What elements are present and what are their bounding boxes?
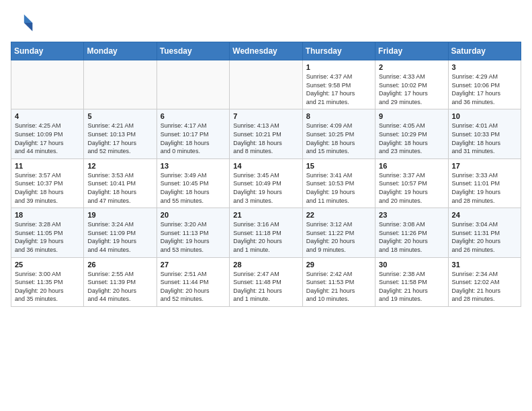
calendar-cell: 2Sunrise: 4:33 AM Sunset: 10:02 PM Dayli… xyxy=(375,60,448,109)
calendar-cell: 17Sunrise: 3:33 AM Sunset: 11:01 PM Dayl… xyxy=(448,158,521,208)
day-info: Sunrise: 3:53 AM Sunset: 10:41 PM Daylig… xyxy=(87,171,152,205)
calendar-cell: 21Sunrise: 3:16 AM Sunset: 11:18 PM Dayl… xyxy=(230,208,302,257)
day-info: Sunrise: 4:09 AM Sunset: 10:25 PM Daylig… xyxy=(306,122,371,155)
calendar-cell: 19Sunrise: 3:24 AM Sunset: 11:09 PM Dayl… xyxy=(84,208,157,257)
calendar-cell: 13Sunrise: 3:49 AM Sunset: 10:45 PM Dayl… xyxy=(157,158,229,208)
day-info: Sunrise: 3:00 AM Sunset: 11:35 PM Daylig… xyxy=(15,270,80,304)
day-number: 31 xyxy=(452,261,517,269)
day-number: 3 xyxy=(452,63,517,71)
calendar-week-5: 25Sunrise: 3:00 AM Sunset: 11:35 PM Dayl… xyxy=(11,257,521,306)
logo-icon xyxy=(11,11,35,35)
calendar-cell: 23Sunrise: 3:08 AM Sunset: 11:26 PM Dayl… xyxy=(375,208,448,257)
day-info: Sunrise: 4:29 AM Sunset: 10:06 PM Daylig… xyxy=(452,73,517,106)
calendar-cell: 6Sunrise: 4:17 AM Sunset: 10:17 PM Dayli… xyxy=(157,109,229,158)
day-info: Sunrise: 2:42 AM Sunset: 11:53 PM Daylig… xyxy=(306,270,371,304)
day-info: Sunrise: 2:55 AM Sunset: 11:39 PM Daylig… xyxy=(87,270,152,304)
day-info: Sunrise: 3:33 AM Sunset: 11:01 PM Daylig… xyxy=(452,171,517,205)
weekday-header-wednesday: Wednesday xyxy=(230,42,302,60)
day-number: 2 xyxy=(379,63,444,71)
calendar-cell: 27Sunrise: 2:51 AM Sunset: 11:44 PM Dayl… xyxy=(157,257,229,306)
weekday-header-friday: Friday xyxy=(375,42,448,60)
day-info: Sunrise: 2:51 AM Sunset: 11:44 PM Daylig… xyxy=(161,270,226,304)
calendar-cell xyxy=(230,60,302,109)
day-number: 11 xyxy=(15,162,80,170)
calendar-cell: 25Sunrise: 3:00 AM Sunset: 11:35 PM Dayl… xyxy=(11,257,84,306)
calendar-cell: 22Sunrise: 3:12 AM Sunset: 11:22 PM Dayl… xyxy=(302,208,375,257)
day-info: Sunrise: 4:01 AM Sunset: 10:33 PM Daylig… xyxy=(452,122,517,155)
day-number: 28 xyxy=(233,261,298,269)
day-info: Sunrise: 2:34 AM Sunset: 12:02 AM Daylig… xyxy=(452,270,517,304)
day-number: 12 xyxy=(87,162,152,170)
day-number: 16 xyxy=(379,162,444,170)
calendar-cell xyxy=(157,60,229,109)
calendar-week-3: 11Sunrise: 3:57 AM Sunset: 10:37 PM Dayl… xyxy=(11,158,521,208)
day-number: 1 xyxy=(306,63,371,71)
day-number: 4 xyxy=(15,112,80,120)
calendar-cell: 20Sunrise: 3:20 AM Sunset: 11:13 PM Dayl… xyxy=(157,208,229,257)
day-number: 27 xyxy=(161,261,226,269)
calendar-cell: 10Sunrise: 4:01 AM Sunset: 10:33 PM Dayl… xyxy=(448,109,521,158)
day-info: Sunrise: 3:28 AM Sunset: 11:05 PM Daylig… xyxy=(15,220,80,254)
day-info: Sunrise: 3:20 AM Sunset: 11:13 PM Daylig… xyxy=(161,220,226,254)
calendar-cell xyxy=(11,60,84,109)
calendar-cell: 31Sunrise: 2:34 AM Sunset: 12:02 AM Dayl… xyxy=(448,257,521,306)
calendar-cell: 1Sunrise: 4:37 AM Sunset: 9:58 PM Daylig… xyxy=(302,60,375,109)
calendar-cell: 14Sunrise: 3:45 AM Sunset: 10:49 PM Dayl… xyxy=(230,158,302,208)
day-info: Sunrise: 3:24 AM Sunset: 11:09 PM Daylig… xyxy=(87,220,152,254)
day-number: 20 xyxy=(161,211,226,219)
day-info: Sunrise: 3:04 AM Sunset: 11:31 PM Daylig… xyxy=(452,220,517,254)
svg-marker-0 xyxy=(24,14,33,23)
weekday-header-thursday: Thursday xyxy=(302,42,375,60)
day-info: Sunrise: 3:08 AM Sunset: 11:26 PM Daylig… xyxy=(379,220,444,254)
day-number: 13 xyxy=(161,162,226,170)
calendar-cell: 16Sunrise: 3:37 AM Sunset: 10:57 PM Dayl… xyxy=(375,158,448,208)
day-number: 19 xyxy=(87,211,152,219)
day-info: Sunrise: 4:21 AM Sunset: 10:13 PM Daylig… xyxy=(87,122,152,155)
calendar-cell: 26Sunrise: 2:55 AM Sunset: 11:39 PM Dayl… xyxy=(84,257,157,306)
day-info: Sunrise: 4:33 AM Sunset: 10:02 PM Daylig… xyxy=(379,73,444,106)
calendar-cell: 8Sunrise: 4:09 AM Sunset: 10:25 PM Dayli… xyxy=(302,109,375,158)
calendar-cell: 9Sunrise: 4:05 AM Sunset: 10:29 PM Dayli… xyxy=(375,109,448,158)
calendar-week-1: 1Sunrise: 4:37 AM Sunset: 9:58 PM Daylig… xyxy=(11,60,521,109)
day-info: Sunrise: 4:25 AM Sunset: 10:09 PM Daylig… xyxy=(15,122,80,155)
day-info: Sunrise: 2:38 AM Sunset: 11:58 PM Daylig… xyxy=(379,270,444,304)
calendar-week-4: 18Sunrise: 3:28 AM Sunset: 11:05 PM Dayl… xyxy=(11,208,521,257)
day-number: 17 xyxy=(452,162,517,170)
day-info: Sunrise: 3:37 AM Sunset: 10:57 PM Daylig… xyxy=(379,171,444,205)
calendar-cell: 5Sunrise: 4:21 AM Sunset: 10:13 PM Dayli… xyxy=(84,109,157,158)
weekday-header-saturday: Saturday xyxy=(448,42,521,60)
calendar-table: SundayMondayTuesdayWednesdayThursdayFrid… xyxy=(11,42,521,307)
day-number: 23 xyxy=(379,211,444,219)
calendar-cell: 7Sunrise: 4:13 AM Sunset: 10:21 PM Dayli… xyxy=(230,109,302,158)
day-info: Sunrise: 3:12 AM Sunset: 11:22 PM Daylig… xyxy=(306,220,371,254)
calendar-cell: 11Sunrise: 3:57 AM Sunset: 10:37 PM Dayl… xyxy=(11,158,84,208)
calendar-cell: 28Sunrise: 2:47 AM Sunset: 11:48 PM Dayl… xyxy=(230,257,302,306)
svg-marker-1 xyxy=(24,23,33,32)
weekday-header-monday: Monday xyxy=(84,42,157,60)
day-number: 9 xyxy=(379,112,444,120)
calendar-cell: 18Sunrise: 3:28 AM Sunset: 11:05 PM Dayl… xyxy=(11,208,84,257)
day-number: 22 xyxy=(306,211,371,219)
day-number: 25 xyxy=(15,261,80,269)
calendar-cell: 15Sunrise: 3:41 AM Sunset: 10:53 PM Dayl… xyxy=(302,158,375,208)
day-number: 18 xyxy=(15,211,80,219)
day-info: Sunrise: 3:57 AM Sunset: 10:37 PM Daylig… xyxy=(15,171,80,205)
calendar-cell: 3Sunrise: 4:29 AM Sunset: 10:06 PM Dayli… xyxy=(448,60,521,109)
day-info: Sunrise: 3:45 AM Sunset: 10:49 PM Daylig… xyxy=(233,171,298,205)
weekday-header-tuesday: Tuesday xyxy=(157,42,229,60)
day-number: 10 xyxy=(452,112,517,120)
day-info: Sunrise: 4:05 AM Sunset: 10:29 PM Daylig… xyxy=(379,122,444,155)
day-info: Sunrise: 3:41 AM Sunset: 10:53 PM Daylig… xyxy=(306,171,371,205)
calendar-cell: 30Sunrise: 2:38 AM Sunset: 11:58 PM Dayl… xyxy=(375,257,448,306)
logo xyxy=(11,11,38,35)
day-number: 14 xyxy=(233,162,298,170)
day-number: 26 xyxy=(87,261,152,269)
day-number: 24 xyxy=(452,211,517,219)
day-number: 8 xyxy=(306,112,371,120)
calendar-cell xyxy=(84,60,157,109)
page-header xyxy=(11,11,521,35)
weekday-header-row: SundayMondayTuesdayWednesdayThursdayFrid… xyxy=(11,42,521,60)
calendar-cell: 4Sunrise: 4:25 AM Sunset: 10:09 PM Dayli… xyxy=(11,109,84,158)
calendar-cell: 12Sunrise: 3:53 AM Sunset: 10:41 PM Dayl… xyxy=(84,158,157,208)
day-info: Sunrise: 4:37 AM Sunset: 9:58 PM Dayligh… xyxy=(306,73,371,106)
